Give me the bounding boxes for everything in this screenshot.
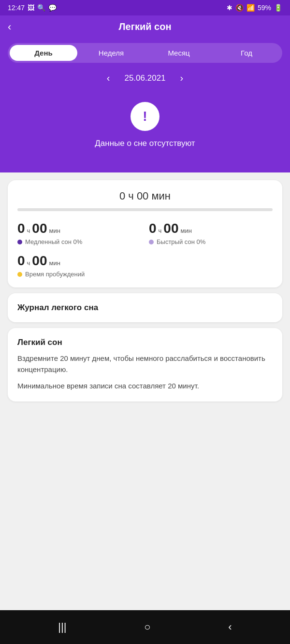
mute-icon: 🔇	[235, 4, 244, 12]
battery-icon: 🔋	[274, 4, 282, 12]
search-icon: 🔍	[37, 4, 45, 12]
content-area: 0 ч 00 мин 0 ч 00 мин Медленный сон 0%	[0, 172, 290, 610]
deep-sleep-item: 0 ч 00 мин Медленный сон 0%	[17, 221, 141, 245]
exclamation-mark: !	[143, 109, 147, 124]
wake-sleep-label: Время пробуждений	[17, 271, 141, 278]
sleep-grid: 0 ч 00 мин Медленный сон 0% 0 ч 00 мин	[17, 221, 273, 278]
nav-bar: ‹ Легкий сон	[0, 15, 290, 38]
status-right: ✱ 🔇 📶 59% 🔋	[227, 4, 282, 12]
journal-card: Журнал легкого сна	[8, 293, 282, 322]
no-data-icon: !	[130, 102, 160, 131]
rem-sleep-time: 0 ч 00 мин	[149, 221, 273, 236]
prev-date-button[interactable]: ‹	[102, 71, 115, 86]
info-card-title: Легкий сон	[17, 338, 273, 347]
chat-icon: 💬	[48, 4, 57, 12]
wifi-icon: 📶	[246, 4, 255, 12]
no-data-section: ! Данные о сне отсутствуют	[0, 97, 290, 158]
recent-apps-button[interactable]: |||	[58, 621, 66, 633]
wake-sleep-time: 0 ч 00 мин	[17, 253, 141, 269]
rem-sleep-label: Быстрый сон 0%	[149, 238, 273, 245]
photo-icon: 🖼	[28, 4, 34, 12]
bottom-nav-bar: ||| ○ ‹	[0, 610, 290, 644]
tab-month[interactable]: Месяц	[145, 45, 213, 61]
battery-label: 59%	[258, 4, 271, 12]
no-data-text: Данные о сне отсутствуют	[95, 139, 195, 148]
deep-sleep-time: 0 ч 00 мин	[17, 221, 141, 236]
deep-sleep-label: Медленный сон 0%	[17, 238, 141, 245]
wake-time-item: 0 ч 00 мин Время пробуждений	[17, 253, 141, 278]
info-card: Легкий сон Вздремните 20 минут днем, что…	[8, 328, 282, 401]
tab-day[interactable]: День	[10, 45, 77, 61]
sleep-summary-card: 0 ч 00 мин 0 ч 00 мин Медленный сон 0%	[8, 180, 282, 287]
rem-sleep-dot	[149, 240, 154, 244]
next-date-button[interactable]: ›	[175, 71, 188, 86]
status-left: 12:47 🖼 🔍 💬	[8, 4, 57, 12]
info-card-para-2: Минимальное время записи сна составляет …	[17, 381, 273, 392]
wake-dot	[17, 272, 22, 277]
bluetooth-icon: ✱	[227, 4, 232, 12]
rem-sleep-item: 0 ч 00 мин Быстрый сон 0%	[149, 221, 273, 245]
home-button[interactable]: ○	[144, 621, 150, 633]
sleep-progress-bar	[17, 208, 273, 211]
tab-year[interactable]: Год	[213, 45, 280, 61]
deep-sleep-dot	[17, 240, 22, 244]
tab-week[interactable]: Неделя	[77, 45, 145, 61]
journal-title: Журнал легкого сна	[17, 303, 98, 312]
current-date: 25.06.2021	[124, 73, 165, 83]
back-button[interactable]: ‹	[8, 21, 11, 33]
header-section: ‹ Легкий сон День Неделя Месяц Год ‹ 25.…	[0, 15, 290, 172]
date-navigation: ‹ 25.06.2021 ›	[0, 71, 290, 86]
back-nav-button[interactable]: ‹	[228, 621, 232, 633]
tabs-container: День Неделя Месяц Год	[8, 43, 282, 63]
total-sleep-time: 0 ч 00 мин	[17, 190, 273, 202]
info-card-para-1: Вздремните 20 минут днем, чтобы немного …	[17, 353, 273, 375]
page-title: Легкий сон	[118, 21, 171, 32]
time-label: 12:47	[8, 4, 25, 12]
status-bar: 12:47 🖼 🔍 💬 ✱ 🔇 📶 59% 🔋	[0, 0, 290, 15]
